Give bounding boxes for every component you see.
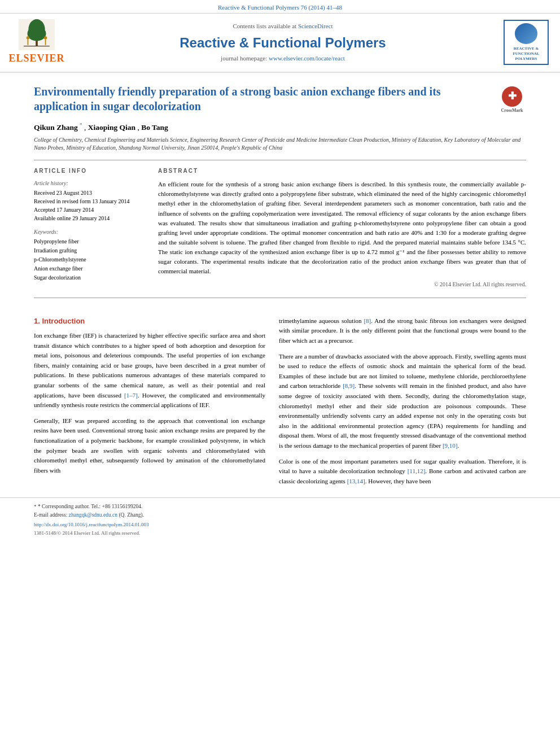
doi-link[interactable]: http://dx.doi.org/10.1016/j.reactfunctpo…	[34, 522, 149, 527]
author-qikun: Qikun Zhang	[34, 123, 78, 131]
intro-paragraph-2: Generally, IEF was prepared according to…	[34, 416, 265, 476]
right-paragraph-3: Color is one of the most important param…	[279, 457, 526, 487]
science-direct-notice: Contents lists available at ScienceDirec…	[233, 22, 333, 30]
journal-logo-box: REACTIVE &FUNCTIONALPOLYMERS	[504, 20, 549, 65]
journal-logo-circle	[515, 23, 537, 44]
journal-logo-area: REACTIVE &FUNCTIONALPOLYMERS	[504, 19, 549, 65]
divider-2	[34, 298, 526, 298]
body-left-col: 1. Introduction Ion exchange fiber (IEF)…	[34, 316, 265, 492]
revised-date: Received in revised form 13 January 2014	[34, 197, 147, 206]
crossmark-area: ✚ CrossMark	[498, 86, 526, 113]
copyright-line: © 2014 Elsevier Ltd. All rights reserved…	[158, 281, 526, 289]
accepted-date: Accepted 17 January 2014	[34, 206, 147, 214]
footnote-corresponding: * * Corresponding author. Tel.: +86 1315…	[34, 503, 526, 511]
elsevier-logo-area: ELSEVIER	[11, 19, 62, 65]
svg-point-3	[28, 27, 46, 41]
science-direct-link[interactable]: ScienceDirect	[298, 23, 333, 29]
author-bo: Bo Tang	[141, 123, 168, 131]
introduction-title: 1. Introduction	[34, 316, 265, 326]
article-history-group: Article history: Received 23 August 2013…	[34, 180, 147, 222]
journal-title: Reactive & Functional Polymers	[180, 33, 386, 53]
article-content: Environmentally friendly preparation of …	[0, 73, 560, 316]
right-paragraph-1: trimethylamine aqueous solution [8]. And…	[279, 316, 526, 346]
journal-homepage: journal homepage: www.elsevier.com/locat…	[221, 54, 345, 63]
journal-citation: Reactive & Functional Polymers 76 (2014)…	[218, 4, 342, 11]
author-qikun-superscript: *	[80, 122, 82, 128]
email-label: E-mail address:	[34, 512, 69, 518]
doi-text: http://dx.doi.org/10.1016/j.reactfunctpo…	[34, 521, 526, 528]
ref-8[interactable]: [8]	[364, 317, 371, 324]
crossmark-label: CrossMark	[501, 108, 523, 113]
ref-13-14[interactable]: [13,14]	[347, 478, 365, 484]
elsevier-wordmark: ELSEVIER	[8, 51, 64, 65]
article-history-label: Article history:	[34, 180, 147, 187]
authors-line: Qikun Zhang * , Xiaoping Qian , Bo Tang	[34, 121, 526, 133]
article-dates: Received 23 August 2013 Received in revi…	[34, 189, 147, 222]
article-info-abstract-cols: ARTICLE INFO Article history: Received 2…	[34, 167, 526, 288]
right-paragraph-2: There are a number of drawbacks associat…	[279, 352, 526, 451]
keyword-2: Irradiation grafting	[34, 246, 147, 255]
header-section: ELSEVIER Contents lists available at Sci…	[0, 14, 560, 72]
author-xiaoping: Xiaoping Qian	[88, 123, 135, 131]
footnote-text: * Corresponding author. Tel.: +86 131561…	[38, 504, 143, 509]
abstract-col: ABSTRACT An efficient route for the synt…	[158, 167, 526, 288]
ref-8-9[interactable]: [8,9]	[343, 382, 355, 389]
keywords-group: Keywords: Polypropylene fiber Irradiatio…	[34, 228, 147, 282]
keyword-5: Sugar decolorization	[34, 273, 147, 282]
crossmark-icon: ✚	[502, 86, 522, 107]
footer-section: * * Corresponding author. Tel.: +86 1315…	[0, 497, 560, 541]
keywords-list: Polypropylene fiber Irradiation grafting…	[34, 237, 147, 282]
keyword-3: p-Chloromethylstyrene	[34, 255, 147, 264]
keyword-1: Polypropylene fiber	[34, 237, 147, 246]
article-info-col: ARTICLE INFO Article history: Received 2…	[34, 167, 147, 288]
journal-logo-label: REACTIVE &FUNCTIONALPOLYMERS	[513, 46, 539, 62]
journal-top-bar: Reactive & Functional Polymers 76 (2014)…	[0, 0, 560, 14]
intro-paragraph-1: Ion exchange fiber (IEF) is characterize…	[34, 331, 265, 410]
elsevier-logo: ELSEVIER	[11, 19, 62, 65]
license-text: 1381-5148/© 2014 Elsevier Ltd. All right…	[34, 530, 526, 537]
abstract-text: An efficient route for the synthesis of …	[158, 180, 526, 276]
ref-11-12[interactable]: [11,12]	[408, 468, 426, 474]
abstract-header: ABSTRACT	[158, 167, 526, 175]
keywords-label: Keywords:	[34, 228, 147, 236]
svg-point-5	[27, 37, 30, 40]
email-link[interactable]: zhangqk@sdnu.edu.cn	[69, 512, 117, 518]
available-date: Available online 29 January 2014	[34, 214, 147, 222]
email-suffix: (Q. Zhang).	[117, 512, 144, 518]
article-title-text: Environmentally friendly preparation of …	[34, 84, 498, 113]
elsevier-tree-icon	[17, 19, 56, 50]
footnote-star: *	[34, 504, 37, 509]
header-center: Contents lists available at ScienceDirec…	[68, 19, 498, 65]
ref-1-7[interactable]: [1–7]	[124, 392, 138, 399]
main-body: 1. Introduction Ion exchange fiber (IEF)…	[0, 316, 560, 492]
affiliation-text: College of Chemistry, Chemical Engineeri…	[34, 136, 526, 152]
ref-9-10[interactable]: [9,10]	[443, 442, 458, 449]
footnote-email: E-mail address: zhangqk@sdnu.edu.cn (Q. …	[34, 511, 526, 519]
article-title-row: Environmentally friendly preparation of …	[34, 84, 526, 113]
divider-1	[34, 160, 526, 160]
homepage-link[interactable]: www.elsevier.com/locate/react	[269, 55, 345, 62]
svg-point-7	[44, 37, 47, 40]
body-right-col: trimethylamine aqueous solution [8]. And…	[279, 316, 526, 492]
article-info-header: ARTICLE INFO	[34, 167, 147, 175]
received-date: Received 23 August 2013	[34, 189, 147, 197]
keyword-4: Anion exchange fiber	[34, 264, 147, 273]
